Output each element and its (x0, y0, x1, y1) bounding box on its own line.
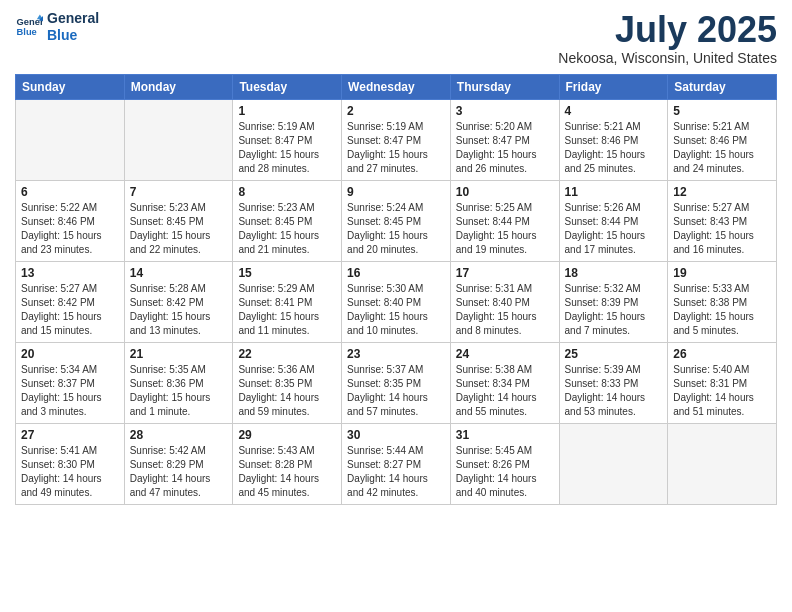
day-number: 17 (456, 266, 554, 280)
calendar-cell: 3Sunrise: 5:20 AM Sunset: 8:47 PM Daylig… (450, 99, 559, 180)
day-number: 23 (347, 347, 445, 361)
weekday-header-sunday: Sunday (16, 74, 125, 99)
day-number: 6 (21, 185, 119, 199)
calendar-cell: 18Sunrise: 5:32 AM Sunset: 8:39 PM Dayli… (559, 261, 668, 342)
calendar-week-row-4: 20Sunrise: 5:34 AM Sunset: 8:37 PM Dayli… (16, 342, 777, 423)
day-info: Sunrise: 5:28 AM Sunset: 8:42 PM Dayligh… (130, 282, 228, 338)
calendar-cell (668, 423, 777, 504)
day-info: Sunrise: 5:36 AM Sunset: 8:35 PM Dayligh… (238, 363, 336, 419)
day-number: 20 (21, 347, 119, 361)
logo-icon: General Blue (15, 13, 43, 41)
calendar-cell: 2Sunrise: 5:19 AM Sunset: 8:47 PM Daylig… (342, 99, 451, 180)
day-info: Sunrise: 5:43 AM Sunset: 8:28 PM Dayligh… (238, 444, 336, 500)
day-number: 14 (130, 266, 228, 280)
day-number: 5 (673, 104, 771, 118)
calendar-cell: 10Sunrise: 5:25 AM Sunset: 8:44 PM Dayli… (450, 180, 559, 261)
day-info: Sunrise: 5:22 AM Sunset: 8:46 PM Dayligh… (21, 201, 119, 257)
calendar-cell: 17Sunrise: 5:31 AM Sunset: 8:40 PM Dayli… (450, 261, 559, 342)
day-info: Sunrise: 5:21 AM Sunset: 8:46 PM Dayligh… (673, 120, 771, 176)
day-info: Sunrise: 5:33 AM Sunset: 8:38 PM Dayligh… (673, 282, 771, 338)
day-info: Sunrise: 5:25 AM Sunset: 8:44 PM Dayligh… (456, 201, 554, 257)
day-number: 19 (673, 266, 771, 280)
calendar: SundayMondayTuesdayWednesdayThursdayFrid… (15, 74, 777, 505)
day-info: Sunrise: 5:19 AM Sunset: 8:47 PM Dayligh… (347, 120, 445, 176)
calendar-cell: 8Sunrise: 5:23 AM Sunset: 8:45 PM Daylig… (233, 180, 342, 261)
calendar-cell: 25Sunrise: 5:39 AM Sunset: 8:33 PM Dayli… (559, 342, 668, 423)
title-section: July 2025 Nekoosa, Wisconsin, United Sta… (558, 10, 777, 66)
day-info: Sunrise: 5:32 AM Sunset: 8:39 PM Dayligh… (565, 282, 663, 338)
day-info: Sunrise: 5:27 AM Sunset: 8:42 PM Dayligh… (21, 282, 119, 338)
calendar-cell: 23Sunrise: 5:37 AM Sunset: 8:35 PM Dayli… (342, 342, 451, 423)
day-number: 2 (347, 104, 445, 118)
day-info: Sunrise: 5:37 AM Sunset: 8:35 PM Dayligh… (347, 363, 445, 419)
day-number: 29 (238, 428, 336, 442)
calendar-cell: 19Sunrise: 5:33 AM Sunset: 8:38 PM Dayli… (668, 261, 777, 342)
logo-general: General (47, 10, 99, 27)
day-number: 21 (130, 347, 228, 361)
day-number: 26 (673, 347, 771, 361)
calendar-cell: 20Sunrise: 5:34 AM Sunset: 8:37 PM Dayli… (16, 342, 125, 423)
calendar-cell: 9Sunrise: 5:24 AM Sunset: 8:45 PM Daylig… (342, 180, 451, 261)
day-info: Sunrise: 5:26 AM Sunset: 8:44 PM Dayligh… (565, 201, 663, 257)
calendar-cell: 4Sunrise: 5:21 AM Sunset: 8:46 PM Daylig… (559, 99, 668, 180)
day-number: 27 (21, 428, 119, 442)
page-header: General Blue General Blue July 2025 Neko… (15, 10, 777, 66)
logo: General Blue General Blue (15, 10, 99, 44)
weekday-header-thursday: Thursday (450, 74, 559, 99)
calendar-cell: 24Sunrise: 5:38 AM Sunset: 8:34 PM Dayli… (450, 342, 559, 423)
svg-text:Blue: Blue (17, 27, 37, 37)
day-info: Sunrise: 5:19 AM Sunset: 8:47 PM Dayligh… (238, 120, 336, 176)
day-number: 7 (130, 185, 228, 199)
calendar-cell (559, 423, 668, 504)
day-info: Sunrise: 5:20 AM Sunset: 8:47 PM Dayligh… (456, 120, 554, 176)
calendar-week-row-3: 13Sunrise: 5:27 AM Sunset: 8:42 PM Dayli… (16, 261, 777, 342)
day-info: Sunrise: 5:23 AM Sunset: 8:45 PM Dayligh… (238, 201, 336, 257)
day-info: Sunrise: 5:45 AM Sunset: 8:26 PM Dayligh… (456, 444, 554, 500)
calendar-week-row-1: 1Sunrise: 5:19 AM Sunset: 8:47 PM Daylig… (16, 99, 777, 180)
calendar-cell: 14Sunrise: 5:28 AM Sunset: 8:42 PM Dayli… (124, 261, 233, 342)
weekday-header-wednesday: Wednesday (342, 74, 451, 99)
day-info: Sunrise: 5:27 AM Sunset: 8:43 PM Dayligh… (673, 201, 771, 257)
day-number: 11 (565, 185, 663, 199)
calendar-cell: 30Sunrise: 5:44 AM Sunset: 8:27 PM Dayli… (342, 423, 451, 504)
day-number: 24 (456, 347, 554, 361)
location: Nekoosa, Wisconsin, United States (558, 50, 777, 66)
day-info: Sunrise: 5:44 AM Sunset: 8:27 PM Dayligh… (347, 444, 445, 500)
calendar-cell: 31Sunrise: 5:45 AM Sunset: 8:26 PM Dayli… (450, 423, 559, 504)
day-info: Sunrise: 5:31 AM Sunset: 8:40 PM Dayligh… (456, 282, 554, 338)
calendar-cell: 13Sunrise: 5:27 AM Sunset: 8:42 PM Dayli… (16, 261, 125, 342)
day-info: Sunrise: 5:41 AM Sunset: 8:30 PM Dayligh… (21, 444, 119, 500)
day-number: 28 (130, 428, 228, 442)
calendar-cell: 11Sunrise: 5:26 AM Sunset: 8:44 PM Dayli… (559, 180, 668, 261)
calendar-cell: 28Sunrise: 5:42 AM Sunset: 8:29 PM Dayli… (124, 423, 233, 504)
calendar-cell: 22Sunrise: 5:36 AM Sunset: 8:35 PM Dayli… (233, 342, 342, 423)
day-info: Sunrise: 5:30 AM Sunset: 8:40 PM Dayligh… (347, 282, 445, 338)
calendar-cell: 5Sunrise: 5:21 AM Sunset: 8:46 PM Daylig… (668, 99, 777, 180)
calendar-week-row-2: 6Sunrise: 5:22 AM Sunset: 8:46 PM Daylig… (16, 180, 777, 261)
day-number: 18 (565, 266, 663, 280)
day-info: Sunrise: 5:40 AM Sunset: 8:31 PM Dayligh… (673, 363, 771, 419)
weekday-header-friday: Friday (559, 74, 668, 99)
day-number: 31 (456, 428, 554, 442)
calendar-cell: 27Sunrise: 5:41 AM Sunset: 8:30 PM Dayli… (16, 423, 125, 504)
day-info: Sunrise: 5:29 AM Sunset: 8:41 PM Dayligh… (238, 282, 336, 338)
day-number: 8 (238, 185, 336, 199)
calendar-week-row-5: 27Sunrise: 5:41 AM Sunset: 8:30 PM Dayli… (16, 423, 777, 504)
day-number: 1 (238, 104, 336, 118)
weekday-header-row: SundayMondayTuesdayWednesdayThursdayFrid… (16, 74, 777, 99)
day-number: 12 (673, 185, 771, 199)
day-info: Sunrise: 5:23 AM Sunset: 8:45 PM Dayligh… (130, 201, 228, 257)
day-info: Sunrise: 5:38 AM Sunset: 8:34 PM Dayligh… (456, 363, 554, 419)
weekday-header-monday: Monday (124, 74, 233, 99)
calendar-cell: 26Sunrise: 5:40 AM Sunset: 8:31 PM Dayli… (668, 342, 777, 423)
calendar-cell: 29Sunrise: 5:43 AM Sunset: 8:28 PM Dayli… (233, 423, 342, 504)
calendar-cell (16, 99, 125, 180)
day-number: 22 (238, 347, 336, 361)
day-number: 25 (565, 347, 663, 361)
calendar-cell: 21Sunrise: 5:35 AM Sunset: 8:36 PM Dayli… (124, 342, 233, 423)
month-title: July 2025 (558, 10, 777, 50)
day-number: 30 (347, 428, 445, 442)
day-number: 15 (238, 266, 336, 280)
calendar-cell: 15Sunrise: 5:29 AM Sunset: 8:41 PM Dayli… (233, 261, 342, 342)
calendar-cell: 1Sunrise: 5:19 AM Sunset: 8:47 PM Daylig… (233, 99, 342, 180)
